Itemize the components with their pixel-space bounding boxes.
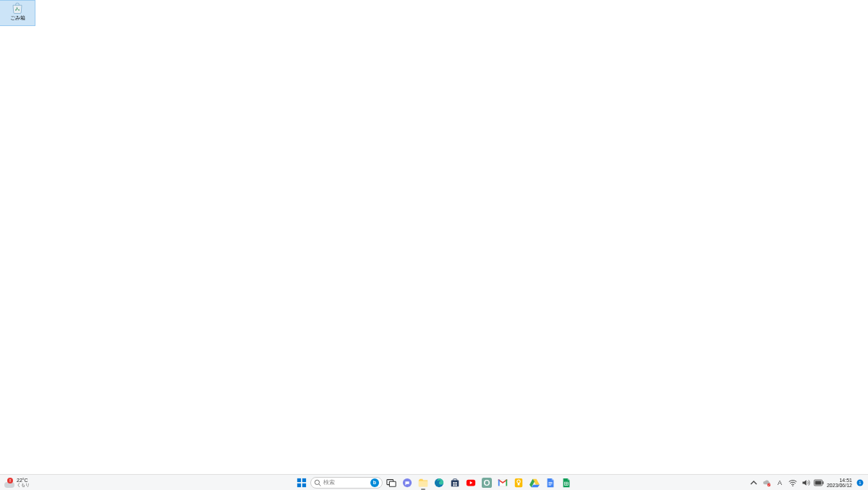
chevron-up-icon xyxy=(750,479,757,486)
svg-rect-25 xyxy=(518,483,520,485)
clock[interactable]: 14:51 2023/06/12 xyxy=(827,478,852,488)
svg-rect-18 xyxy=(482,478,492,488)
start-button[interactable] xyxy=(294,476,309,490)
gmail-button[interactable] xyxy=(495,476,510,490)
file-explorer-button[interactable] xyxy=(416,476,430,490)
svg-rect-7 xyxy=(389,481,396,486)
weather-text: 22°C くもり xyxy=(17,478,30,487)
svg-point-4 xyxy=(315,480,319,484)
svg-rect-21 xyxy=(498,479,500,486)
weather-cond: くもり xyxy=(17,483,30,487)
taskbar: 22°C くもり 検索 b xyxy=(0,474,868,490)
task-view-button[interactable] xyxy=(384,476,399,490)
onedrive-tray[interactable] xyxy=(762,478,772,488)
clock-time: 14:51 xyxy=(839,478,852,483)
onedrive-icon xyxy=(762,478,771,487)
svg-rect-2 xyxy=(297,483,301,486)
sheets-button[interactable] xyxy=(559,476,574,490)
search-placeholder: 検索 xyxy=(323,478,368,486)
keep-button[interactable] xyxy=(511,476,526,490)
svg-rect-22 xyxy=(506,479,507,486)
svg-rect-27 xyxy=(548,483,552,483)
ime-label: A xyxy=(778,479,782,486)
notification-icon: 1 xyxy=(856,478,864,487)
notification-center[interactable]: 1 xyxy=(855,478,865,488)
taskbar-right: A 14:51 2023/06/12 1 xyxy=(749,475,865,490)
svg-rect-3 xyxy=(302,483,306,486)
svg-rect-35 xyxy=(822,481,823,484)
tray-chevron[interactable] xyxy=(749,478,759,488)
battery-tray[interactable] xyxy=(814,478,824,488)
wifi-icon xyxy=(788,478,797,487)
wifi-tray[interactable] xyxy=(788,478,798,488)
ime-indicator[interactable]: A xyxy=(775,478,785,488)
desktop[interactable]: ごみ箱 xyxy=(0,0,868,474)
edge-button[interactable] xyxy=(432,476,446,490)
svg-rect-9 xyxy=(419,481,427,486)
drive-button[interactable] xyxy=(527,476,542,490)
docs-button[interactable] xyxy=(543,476,558,490)
weather-widget[interactable]: 22°C くもり xyxy=(4,478,30,488)
search-box[interactable]: 検索 b xyxy=(310,477,383,489)
chat-button[interactable] xyxy=(400,476,414,490)
taskbar-left: 22°C くもり xyxy=(4,475,30,490)
svg-rect-28 xyxy=(548,484,551,485)
svg-rect-12 xyxy=(453,478,456,481)
youtube-button[interactable] xyxy=(464,476,478,490)
svg-rect-13 xyxy=(453,482,454,483)
search-icon xyxy=(314,479,321,486)
recycle-bin-icon[interactable]: ごみ箱 xyxy=(0,1,35,25)
svg-rect-14 xyxy=(455,482,456,483)
volume-tray[interactable] xyxy=(801,478,811,488)
taskbar-center: 検索 b xyxy=(294,475,574,490)
svg-rect-36 xyxy=(815,481,822,484)
svg-rect-16 xyxy=(455,484,456,486)
svg-rect-15 xyxy=(453,484,454,486)
battery-icon xyxy=(814,479,824,486)
svg-line-5 xyxy=(319,483,321,486)
weather-icon xyxy=(4,478,14,488)
svg-point-33 xyxy=(792,485,793,486)
chatgpt-button[interactable] xyxy=(480,476,494,490)
recycle-bin-glyph xyxy=(9,1,26,15)
svg-rect-1 xyxy=(302,478,306,481)
store-button[interactable] xyxy=(448,476,462,490)
svg-rect-0 xyxy=(297,478,301,481)
volume-icon xyxy=(801,478,810,487)
recycle-bin-label: ごみ箱 xyxy=(10,15,25,20)
bing-icon[interactable]: b xyxy=(370,478,379,487)
weather-temp: 22°C xyxy=(17,478,30,483)
svg-rect-26 xyxy=(548,482,552,483)
clock-date: 2023/06/12 xyxy=(827,483,852,488)
